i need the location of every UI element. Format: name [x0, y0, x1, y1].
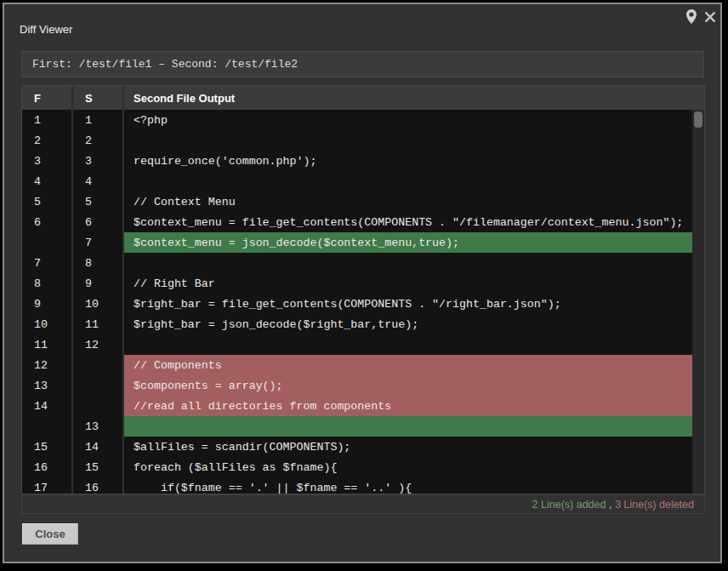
close-button[interactable]: Close	[22, 523, 78, 545]
code-line: // Right Bar	[124, 273, 692, 294]
code-line: $context_menu = file_get_contents(COMPON…	[124, 212, 692, 232]
first-file-line-number: 6	[22, 212, 73, 232]
files-summary-bar: First: /test/file1 – Second: /test/file2	[21, 51, 704, 77]
titlebar-icons	[685, 9, 716, 25]
second-file-line-number	[73, 396, 124, 416]
second-file-line-number: 5	[73, 191, 124, 212]
code-line	[124, 171, 692, 191]
second-file-line-number: 6	[73, 212, 124, 232]
code-line	[124, 130, 692, 151]
table-row: 13	[22, 416, 692, 437]
code-line: require_once('common.php');	[124, 151, 692, 171]
code-line: //read all directories from components	[124, 396, 692, 416]
table-row: 12// Components	[22, 355, 692, 375]
first-file-line-number: 8	[22, 273, 73, 294]
second-file-line-number: 13	[73, 416, 124, 437]
code-line: $allFiles = scandir(COMPONENTS);	[124, 437, 692, 457]
first-file-line-number: 3	[22, 151, 73, 171]
location-pin-icon[interactable]	[685, 9, 697, 25]
code-line	[124, 253, 692, 273]
code-line: $right_bar = file_get_contents(COMPONENT…	[124, 294, 692, 314]
dialog-title: Diff Viewer	[20, 23, 72, 36]
first-file-line-number: 15	[22, 437, 73, 457]
second-file-line-number: 8	[73, 253, 124, 273]
table-row: 13$components = array();	[22, 375, 692, 396]
first-file-line-number: 12	[22, 355, 73, 375]
table-row: 11<?php	[22, 110, 692, 130]
table-row: 22	[22, 130, 692, 151]
first-file-line-number: 5	[22, 191, 73, 212]
table-row: 78	[22, 253, 692, 273]
diff-table-body: 11<?php2233require_once('common.php');44…	[22, 110, 704, 494]
second-file-line-number: 4	[73, 171, 124, 191]
second-file-line-number: 2	[73, 130, 124, 151]
diff-summary-bar: 2 Line(s) added , 3 Line(s) deleted	[21, 494, 705, 514]
code-line: if($fname == '.' || $fname == '..' ){	[124, 477, 692, 494]
lines-added-count: 2 Line(s) added	[532, 499, 606, 511]
second-file-line-number: 10	[73, 294, 124, 314]
first-file-line-number: 11	[22, 334, 73, 355]
table-row: 33require_once('common.php');	[22, 151, 692, 171]
second-file-line-number: 9	[73, 273, 124, 294]
first-file-line-number: 1	[22, 110, 73, 130]
table-row: 1011$right_bar = json_decode($right_bar,…	[22, 314, 692, 334]
lines-deleted-count: 3 Line(s) deleted	[615, 499, 694, 511]
first-file-line-number: 2	[22, 130, 73, 151]
code-line: $components = array();	[124, 375, 692, 396]
table-row: 44	[22, 171, 692, 191]
scrollbar-thumb[interactable]	[694, 111, 702, 128]
code-line: // Components	[124, 355, 692, 375]
first-file-line-number: 13	[22, 375, 73, 396]
files-summary-text: First: /test/file1 – Second: /test/file2	[32, 58, 298, 71]
second-file-line-number: 3	[73, 151, 124, 171]
column-header-second: S	[73, 86, 124, 110]
table-row: 14//read all directories from components	[22, 396, 692, 416]
code-line: <?php	[124, 110, 692, 130]
table-row: 910$right_bar = file_get_contents(COMPON…	[22, 294, 692, 314]
second-file-line-number: 7	[73, 232, 124, 253]
diff-table: F S Second File Output 11<?php2233requir…	[21, 85, 705, 494]
second-file-line-number: 14	[73, 437, 124, 457]
table-row: 1112	[22, 334, 692, 355]
second-file-line-number: 1	[73, 110, 124, 130]
table-row: 1615foreach ($allFiles as $fname){	[22, 457, 692, 477]
second-file-line-number: 11	[73, 314, 124, 334]
table-row: 1514$allFiles = scandir(COMPONENTS);	[22, 437, 692, 457]
vertical-scrollbar[interactable]	[692, 110, 704, 494]
second-file-line-number	[73, 355, 124, 375]
first-file-line-number: 7	[22, 253, 73, 273]
first-file-line-number: 14	[22, 396, 73, 416]
code-line	[124, 334, 692, 355]
count-separator: ,	[606, 499, 614, 511]
table-row: 1716 if($fname == '.' || $fname == '..' …	[22, 477, 692, 494]
table-row: 66$context_menu = file_get_contents(COMP…	[22, 212, 692, 232]
first-file-line-number	[22, 232, 73, 253]
second-file-line-number: 16	[73, 477, 124, 494]
first-file-line-number: 9	[22, 294, 73, 314]
code-line: $right_bar = json_decode($right_bar,true…	[124, 314, 692, 334]
first-file-line-number: 4	[22, 171, 73, 191]
table-row: 55// Context Menu	[22, 191, 692, 212]
column-header-first: F	[22, 86, 73, 110]
table-row: 7$context_menu = json_decode($context_me…	[22, 232, 692, 253]
table-row: 89// Right Bar	[22, 273, 692, 294]
first-file-line-number: 17	[22, 477, 73, 494]
code-line: foreach ($allFiles as $fname){	[124, 457, 692, 477]
second-file-line-number	[73, 375, 124, 396]
second-file-line-number: 15	[73, 457, 124, 477]
close-icon[interactable]	[704, 11, 716, 23]
diff-rows: 11<?php2233require_once('common.php');44…	[22, 110, 692, 494]
first-file-line-number: 10	[22, 314, 73, 334]
code-line: $context_menu = json_decode($context_men…	[124, 232, 692, 253]
code-line	[124, 416, 692, 437]
first-file-line-number: 16	[22, 457, 73, 477]
diff-table-header: F S Second File Output	[22, 86, 704, 110]
second-file-line-number: 12	[73, 334, 124, 355]
column-header-output: Second File Output	[124, 86, 704, 110]
code-line: // Context Menu	[124, 191, 692, 212]
first-file-line-number	[22, 416, 73, 437]
diff-viewer-dialog: Diff Viewer First: /test/file1 – Second:…	[3, 3, 722, 563]
